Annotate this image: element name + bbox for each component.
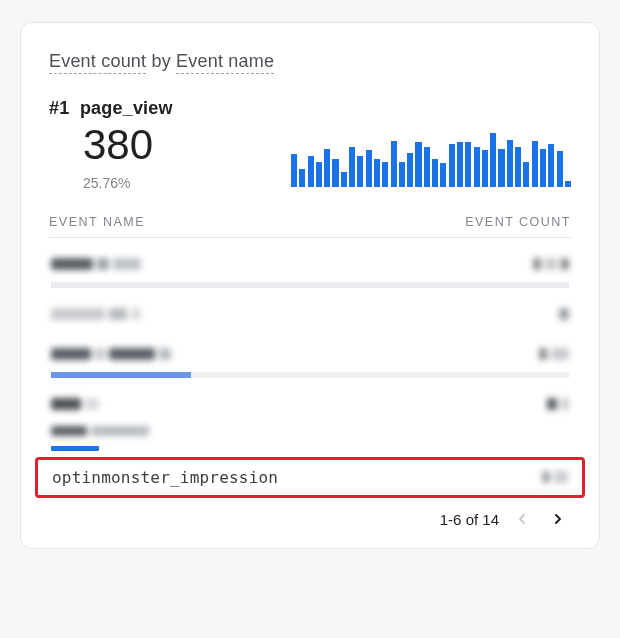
event-name-cell bbox=[51, 396, 99, 414]
event-name-cell bbox=[51, 306, 141, 324]
event-count-cell bbox=[542, 469, 568, 487]
row-bar bbox=[51, 282, 569, 288]
event-count-cell bbox=[533, 256, 569, 274]
event-name-cell bbox=[51, 346, 171, 364]
col-event-count: EVENT COUNT bbox=[465, 215, 571, 229]
pager-label: 1-6 of 14 bbox=[440, 511, 499, 528]
pager: 1-6 of 14 bbox=[49, 506, 571, 532]
chevron-right-icon bbox=[550, 511, 566, 527]
pager-next-button[interactable] bbox=[545, 506, 571, 532]
event-count-cell bbox=[559, 306, 569, 324]
highlighted-event-row[interactable]: optinmonster_impression bbox=[35, 457, 585, 498]
table-row[interactable] bbox=[49, 300, 571, 328]
dimension-label[interactable]: Event name bbox=[176, 51, 274, 74]
top-event-rank: #1 bbox=[49, 98, 69, 118]
chevron-left-icon bbox=[514, 511, 530, 527]
table-row[interactable] bbox=[49, 250, 571, 278]
card-title: Event count by Event name bbox=[49, 51, 571, 74]
row-bar bbox=[51, 446, 99, 451]
event-count-card: Event count by Event name #1 page_view 3… bbox=[20, 22, 600, 549]
partial-row bbox=[51, 426, 149, 436]
table-header: EVENT NAME EVENT COUNT bbox=[49, 215, 571, 237]
divider bbox=[49, 237, 571, 238]
top-event-block: #1 page_view 380 25.76% bbox=[49, 98, 571, 191]
top-event-count: 380 bbox=[83, 123, 173, 167]
table-row[interactable] bbox=[49, 340, 571, 368]
table-row[interactable] bbox=[49, 390, 571, 418]
sparkline-chart bbox=[291, 123, 571, 187]
event-name-cell bbox=[51, 256, 141, 274]
event-count-cell bbox=[547, 396, 569, 414]
top-event-name: page_view bbox=[80, 98, 173, 118]
event-count-cell bbox=[539, 346, 569, 364]
top-event-text: #1 page_view 380 25.76% bbox=[49, 98, 173, 191]
event-name-cell: optinmonster_impression bbox=[52, 468, 278, 487]
row-bar bbox=[51, 372, 569, 378]
pager-prev-button[interactable] bbox=[509, 506, 535, 532]
top-event-pct: 25.76% bbox=[83, 175, 173, 191]
col-event-name: EVENT NAME bbox=[49, 215, 145, 229]
metric-label[interactable]: Event count bbox=[49, 51, 146, 74]
